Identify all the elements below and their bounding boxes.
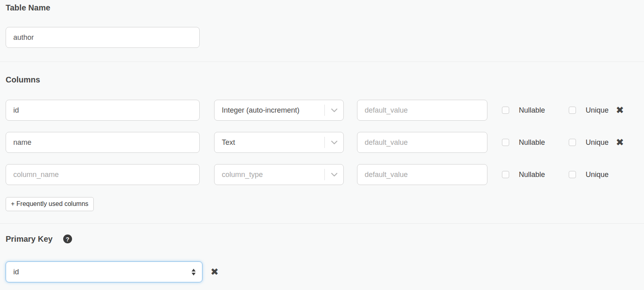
remove-primary-key-icon[interactable]: ✖: [211, 267, 219, 277]
column-type-value: Text: [222, 138, 324, 147]
column-type-placeholder: column_type: [222, 171, 324, 179]
table-name-input[interactable]: [6, 27, 200, 48]
column-type-select[interactable]: column_type: [214, 164, 344, 185]
primary-key-select[interactable]: id: [6, 261, 202, 282]
nullable-label: Nullable: [519, 138, 553, 147]
primary-key-row: id ✖: [6, 261, 638, 282]
primary-key-heading-row: Primary Key ?: [6, 234, 638, 244]
column-name-input[interactable]: [6, 100, 200, 121]
primary-key-value: id: [13, 268, 192, 276]
columns-heading: Columns: [6, 75, 638, 84]
remove-column-icon[interactable]: ✖: [616, 138, 624, 147]
chevron-down-icon: [325, 108, 343, 113]
primary-key-heading: Primary Key: [6, 234, 53, 244]
nullable-checkbox[interactable]: [502, 107, 509, 114]
column-name-input[interactable]: [6, 164, 200, 185]
divider: [0, 223, 644, 224]
select-arrows-icon: [192, 269, 196, 276]
default-value-input[interactable]: [357, 164, 487, 185]
table-name-heading: Table Name: [6, 3, 638, 12]
column-type-select[interactable]: Integer (auto-increment): [214, 100, 344, 121]
unique-label: Unique: [586, 171, 609, 179]
column-row: column_type Nullable Unique ✖: [6, 164, 638, 185]
help-icon[interactable]: ?: [63, 234, 72, 243]
frequently-used-columns-button[interactable]: + Frequently used columns: [6, 197, 94, 211]
column-name-input[interactable]: [6, 132, 200, 153]
unique-checkbox[interactable]: [569, 107, 576, 114]
nullable-label: Nullable: [519, 106, 553, 115]
default-value-input[interactable]: [357, 132, 487, 153]
remove-column-icon[interactable]: ✖: [616, 105, 624, 115]
unique-label: Unique: [586, 106, 609, 115]
unique-checkbox[interactable]: [569, 171, 576, 178]
divider: [0, 62, 644, 62]
column-type-value: Integer (auto-increment): [222, 106, 324, 115]
chevron-down-icon: [325, 140, 343, 145]
column-type-select[interactable]: Text: [214, 132, 344, 153]
create-table-form: Table Name Columns Integer (auto-increme…: [0, 3, 644, 282]
unique-checkbox[interactable]: [569, 139, 576, 146]
nullable-label: Nullable: [519, 171, 553, 179]
column-row: Integer (auto-increment) Nullable Unique…: [6, 100, 638, 121]
default-value-input[interactable]: [357, 100, 487, 121]
chevron-down-icon: [325, 173, 343, 177]
nullable-checkbox[interactable]: [502, 171, 509, 178]
unique-label: Unique: [586, 138, 609, 147]
column-row: Text Nullable Unique ✖: [6, 132, 638, 153]
nullable-checkbox[interactable]: [502, 139, 509, 146]
